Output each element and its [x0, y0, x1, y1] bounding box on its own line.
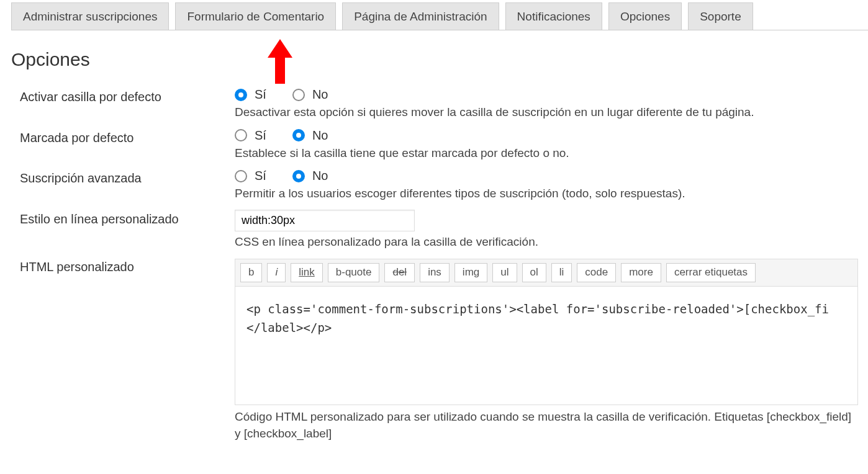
editor-textarea[interactable]: <p class='comment-form-subscriptions'><l…	[235, 287, 857, 405]
editor-btn-code[interactable]: code	[577, 263, 616, 282]
arrow-up-icon	[268, 39, 292, 84]
editor-btn-link[interactable]: link	[291, 263, 323, 282]
radio-enable-yes[interactable]	[235, 89, 247, 101]
radio-advanced-no[interactable]	[292, 170, 305, 182]
tabs-nav: Administrar suscripciones Formulario de …	[11, 0, 868, 30]
desc-advanced-subscription: Permitir a los usuarios escoger diferent…	[235, 186, 857, 202]
editor-btn-del[interactable]: del	[384, 263, 415, 282]
desc-inline-style: CSS en línea personalizado para la casil…	[235, 234, 857, 251]
row-enable-checkbox: Activar casilla por defecto Sí No Desact…	[11, 83, 857, 123]
editor-btn-more[interactable]: more	[621, 263, 661, 282]
desc-custom-html: Código HTML personalizado para ser utili…	[235, 409, 858, 442]
tab-comment-form[interactable]: Formulario de Comentario	[175, 2, 336, 30]
desc-checked-default: Establece si la casilla tiene que estar …	[235, 145, 857, 162]
row-inline-style: Estilo en línea personalizado CSS en lín…	[11, 205, 857, 253]
editor-btn-li[interactable]: li	[551, 263, 572, 282]
editor-btn-close-tags[interactable]: cerrar etiquetas	[666, 263, 756, 282]
tab-notifications[interactable]: Notificaciones	[505, 2, 602, 30]
label-enable-checkbox: Activar casilla por defecto	[11, 87, 235, 104]
radio-label-no: No	[312, 169, 328, 183]
page-title: Opciones	[11, 49, 857, 70]
row-advanced-subscription: Suscripción avanzada Sí No Permitir a lo…	[11, 164, 857, 205]
tab-manage-subscriptions[interactable]: Administrar suscripciones	[11, 2, 169, 30]
html-editor: b i link b-quote del ins img ul ol li co…	[235, 259, 858, 405]
editor-toolbar: b i link b-quote del ins img ul ol li co…	[235, 259, 857, 287]
radio-label-no: No	[312, 87, 328, 102]
editor-btn-bquote[interactable]: b-quote	[328, 263, 380, 282]
editor-btn-ol[interactable]: ol	[522, 263, 546, 282]
radio-label-no: No	[312, 128, 328, 143]
label-custom-html: HTML personalizado	[11, 257, 235, 274]
radio-enable-no[interactable]	[292, 89, 305, 101]
tab-options[interactable]: Opciones	[608, 2, 682, 30]
row-custom-html: HTML personalizado b i link b-quote del …	[11, 253, 857, 444]
editor-btn-ins[interactable]: ins	[420, 263, 450, 282]
label-inline-style: Estilo en línea personalizado	[11, 210, 235, 226]
radio-advanced-yes[interactable]	[235, 170, 247, 182]
radio-label-yes: Sí	[255, 87, 266, 102]
radio-checked-yes[interactable]	[235, 129, 247, 141]
desc-enable-checkbox: Desactivar esta opción si quieres mover …	[235, 104, 857, 121]
editor-btn-ul[interactable]: ul	[492, 263, 517, 282]
tab-admin-page[interactable]: Página de Administración	[342, 2, 499, 30]
editor-btn-img[interactable]: img	[454, 263, 487, 282]
editor-btn-bold[interactable]: b	[240, 263, 262, 282]
row-checked-default: Marcada por defecto Sí No Establece si l…	[11, 123, 857, 164]
editor-btn-italic[interactable]: i	[267, 263, 286, 282]
label-checked-default: Marcada por defecto	[11, 128, 235, 145]
tab-support[interactable]: Soporte	[688, 2, 753, 30]
label-advanced-subscription: Suscripción avanzada	[11, 169, 235, 186]
radio-label-yes: Sí	[255, 169, 266, 183]
input-inline-style[interactable]	[235, 210, 415, 231]
radio-label-yes: Sí	[255, 128, 266, 143]
svg-marker-0	[268, 39, 292, 84]
radio-checked-no[interactable]	[292, 129, 305, 141]
